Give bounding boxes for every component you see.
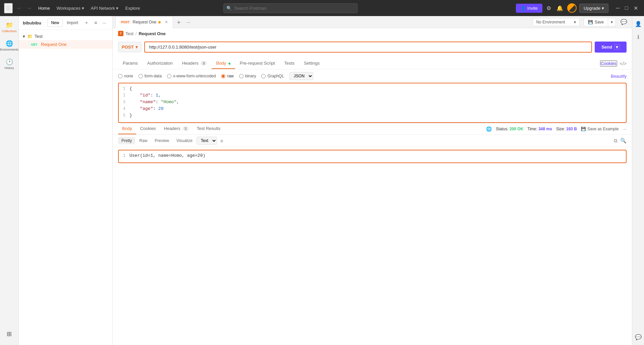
url-input[interactable]: [144, 42, 592, 53]
invite-button[interactable]: 👤 Invite: [516, 4, 542, 13]
notifications-icon[interactable]: 🔔: [555, 4, 565, 13]
size-value: 193 B: [566, 127, 577, 131]
format-tab-preview[interactable]: Preview: [151, 137, 172, 144]
tab-tests[interactable]: Tests: [280, 58, 299, 69]
more-options-icon[interactable]: ···: [100, 19, 108, 27]
sidebar-bottom: ⊞: [1, 328, 17, 345]
right-sidebar-info-button[interactable]: ℹ: [635, 32, 641, 42]
chevron-down-icon: ▾: [136, 45, 138, 50]
comments-button[interactable]: 💬: [619, 17, 629, 27]
method-select[interactable]: POST ▾: [118, 42, 142, 52]
request-body-editor[interactable]: 1 { 2 "id": 1, 3 "name": "Homo", 4 "age"…: [118, 83, 627, 123]
right-sidebar-agent-button[interactable]: 👤: [633, 19, 644, 29]
radio-graphql[interactable]: GraphQL: [261, 74, 284, 78]
collections-icon: 📁: [6, 21, 13, 29]
api-network-nav-button[interactable]: API Network ▾: [88, 4, 121, 12]
beautify-button[interactable]: Beautify: [611, 74, 627, 79]
sidebar-item-history[interactable]: 🕐 History: [1, 56, 17, 73]
radio-urlencoded-input[interactable]: [167, 74, 171, 78]
close-button[interactable]: ✕: [632, 4, 640, 13]
resp-tab-test-results[interactable]: Test Results: [193, 123, 225, 134]
json-type-select[interactable]: JSON: [289, 72, 313, 80]
env-label: No Environment: [536, 20, 565, 24]
avatar[interactable]: [567, 3, 577, 13]
save-dropdown-button[interactable]: ▾: [608, 18, 616, 26]
status-value: 200 OK: [509, 127, 523, 131]
filter-icon[interactable]: ≡: [92, 19, 99, 27]
maximize-button[interactable]: □: [623, 4, 630, 13]
cookies-link[interactable]: Cookies: [600, 60, 617, 67]
tab-authorization[interactable]: Authorization: [143, 58, 177, 69]
code-line-2: 2 "id": 1,: [119, 93, 626, 99]
radio-binary-input[interactable]: [239, 74, 244, 78]
resp-tab-headers[interactable]: Headers 5: [160, 123, 193, 134]
history-icon: 🕐: [6, 58, 13, 66]
radio-form-data[interactable]: form-data: [139, 74, 162, 78]
tab-pre-request[interactable]: Pre-request Script: [235, 58, 280, 69]
import-button[interactable]: Import: [64, 19, 81, 27]
tab-body[interactable]: Body: [212, 58, 235, 69]
save-button[interactable]: 💾 Save: [584, 18, 608, 26]
send-dropdown-icon[interactable]: ▾: [614, 44, 620, 50]
tab-unsaved-dot: [158, 21, 161, 23]
environment-selector[interactable]: No Environment ▾: [533, 18, 580, 26]
search-response-button[interactable]: 🔍: [620, 138, 627, 144]
explore-nav-button[interactable]: Explore: [122, 4, 143, 12]
sidebar-item-collections[interactable]: 📁 Collections: [1, 19, 17, 36]
request-tab[interactable]: POST Request One ✕: [115, 16, 173, 28]
forward-button[interactable]: →: [25, 4, 33, 12]
tab-close-button[interactable]: ✕: [164, 20, 169, 24]
add-tab-button[interactable]: ＋: [174, 18, 184, 26]
save-example-button[interactable]: 💾 Save as Example: [581, 127, 619, 131]
time-value: 348 ms: [538, 127, 552, 131]
breadcrumb-separator: /: [136, 31, 137, 36]
tab-params[interactable]: Params: [118, 58, 143, 69]
right-sidebar-comment-button[interactable]: 💬: [633, 332, 644, 342]
radio-urlencoded[interactable]: x-www-form-urlencoded: [167, 74, 216, 78]
new-button[interactable]: New: [47, 19, 63, 27]
item-name: Request One: [41, 42, 67, 47]
collection-icon: T: [118, 31, 123, 36]
sidebar-item-grid[interactable]: ⊞: [1, 328, 17, 341]
method-label: POST: [122, 45, 133, 50]
workspaces-nav-button[interactable]: Workspaces ▾: [54, 4, 87, 12]
tab-more-button[interactable]: ···: [184, 19, 193, 25]
back-button[interactable]: ←: [15, 4, 23, 12]
format-tab-visualize[interactable]: Visualize: [173, 137, 196, 144]
format-tab-raw[interactable]: Raw: [136, 137, 151, 144]
radio-raw[interactable]: raw: [221, 74, 233, 78]
settings-icon[interactable]: ⚙: [545, 4, 552, 13]
radio-none[interactable]: none: [118, 74, 133, 78]
radio-raw-input[interactable]: [221, 74, 225, 78]
response-type-select[interactable]: Text: [197, 137, 217, 145]
radio-graphql-input[interactable]: [261, 74, 266, 78]
collection-item-request-one[interactable]: GET Request One: [19, 40, 112, 49]
status-label: Status: 200 OK: [496, 127, 523, 131]
code-icon[interactable]: </>: [620, 61, 627, 66]
add-collection-icon[interactable]: ＋: [82, 19, 91, 27]
menu-icon[interactable]: ☰: [4, 3, 13, 13]
radio-binary[interactable]: binary: [239, 74, 256, 78]
collection-folder-test[interactable]: ▾ 📁 Test: [19, 32, 112, 40]
copy-response-button[interactable]: ⧉: [614, 138, 618, 144]
word-wrap-icon[interactable]: ≡: [220, 138, 223, 144]
tab-headers[interactable]: Headers 9: [177, 58, 212, 69]
format-tab-pretty[interactable]: Pretty: [118, 137, 135, 144]
tab-settings[interactable]: Settings: [299, 58, 324, 69]
body-options: none form-data x-www-form-urlencoded raw…: [113, 69, 632, 83]
resp-tab-cookies[interactable]: Cookies: [136, 123, 160, 134]
radio-none-input[interactable]: [118, 74, 122, 78]
search-input[interactable]: [223, 3, 358, 13]
save-button-area: 💾 Save ▾: [584, 18, 616, 26]
response-more-button[interactable]: ···: [623, 126, 627, 132]
right-sidebar: 👤 ℹ 💬: [632, 16, 644, 345]
upgrade-button[interactable]: Upgrade ▾: [579, 4, 608, 13]
radio-form-data-input[interactable]: [139, 74, 143, 78]
main-layout: 📁 Collections 🌐 Environments 🕐 History ⊞…: [0, 16, 644, 345]
minimize-button[interactable]: ─: [614, 4, 622, 13]
send-button[interactable]: Send ▾: [595, 42, 627, 53]
resp-tab-body[interactable]: Body: [118, 123, 136, 134]
sidebar-item-environments[interactable]: 🌐 Environments: [1, 37, 17, 54]
folder-icon: 📁: [27, 34, 33, 39]
home-nav-button[interactable]: Home: [36, 4, 53, 12]
